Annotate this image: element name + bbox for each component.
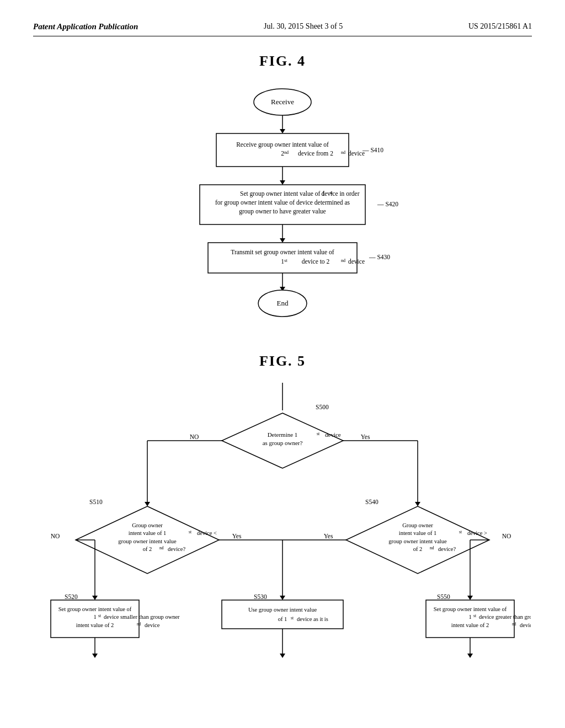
svg-text:device as it is: device as it is (297, 616, 328, 622)
svg-marker-79 (280, 596, 285, 600)
svg-marker-46 (145, 502, 150, 506)
svg-text:device >: device > (467, 530, 487, 536)
fig5-diagram: S500 Determine 1 st device as group owne… (33, 383, 532, 692)
svg-text:Set group owner intent value o: Set group owner intent value of 1 (240, 190, 325, 197)
svg-text:NO: NO (190, 433, 199, 440)
date-sheet-label: Jul. 30, 2015 Sheet 3 of 5 (264, 22, 343, 31)
svg-text:Group owner: Group owner (402, 522, 433, 528)
svg-text:Set group owner intent value o: Set group owner intent value of (434, 606, 507, 612)
svg-text:Yes: Yes (361, 433, 370, 440)
fig5-title: FIG. 5 (33, 353, 532, 370)
svg-text:nd: nd (430, 545, 434, 550)
svg-text:nd: nd (159, 545, 164, 550)
svg-text:S540: S540 (365, 499, 379, 505)
svg-text:intent value of 1: intent value of 1 (399, 530, 437, 536)
patent-number-label: US 2015/215861 A1 (468, 22, 532, 31)
svg-text:device greater than group owne: device greater than group owner (479, 614, 531, 620)
svg-text:device smaller than group owne: device smaller than group owner (104, 614, 180, 620)
svg-text:Yes: Yes (324, 533, 333, 539)
svg-text:device: device (325, 431, 341, 438)
svg-text:Transmit set group owner inten: Transmit set group owner intent value of (231, 249, 334, 256)
svg-rect-94 (222, 600, 343, 629)
svg-text:Use group owner intent value: Use group owner intent value (248, 607, 317, 613)
svg-text:Group owner: Group owner (132, 522, 163, 528)
svg-text:S510: S510 (89, 499, 103, 505)
svg-marker-113 (467, 654, 473, 658)
svg-text:intent value of 1: intent value of 1 (129, 530, 167, 536)
svg-text:Determine 1: Determine 1 (268, 431, 298, 438)
svg-text:nd: nd (284, 150, 289, 155)
svg-text:1: 1 (468, 614, 471, 620)
fig4-title: FIG. 4 (33, 53, 532, 69)
svg-text:of 1: of 1 (278, 616, 287, 622)
svg-text:nd: nd (512, 622, 516, 627)
svg-text:intent value of 2: intent value of 2 (451, 622, 489, 628)
svg-text:S550: S550 (437, 593, 450, 600)
svg-text:as group owner?: as group owner? (263, 440, 303, 446)
svg-text:End: End (277, 299, 289, 307)
svg-marker-22 (280, 238, 285, 243)
svg-text:device in order: device in order (322, 190, 360, 197)
svg-text:Receive: Receive (271, 98, 294, 106)
svg-marker-13 (280, 180, 285, 185)
fig5-svg: S500 Determine 1 st device as group owne… (34, 383, 531, 692)
svg-text:for group owner intent value o: for group owner intent value of device d… (215, 199, 350, 206)
svg-text:1: 1 (281, 258, 284, 265)
svg-text:Receive group owner intent val: Receive group owner intent value of (236, 141, 329, 148)
svg-text:Set group owner intent value o: Set group owner intent value of (58, 606, 132, 612)
svg-text:nd: nd (341, 258, 345, 263)
svg-marker-111 (280, 654, 285, 658)
svg-marker-49 (415, 502, 420, 506)
svg-marker-3 (280, 129, 285, 133)
svg-text:— S420: — S420 (377, 201, 398, 207)
svg-text:intent value of 2: intent value of 2 (76, 622, 114, 628)
fig4-diagram: Receive Receive group owner intent value… (33, 83, 532, 336)
svg-text:NO: NO (502, 533, 511, 539)
svg-text:device from 2: device from 2 (298, 150, 333, 157)
svg-text:device?: device? (168, 546, 185, 552)
svg-text:Yes: Yes (232, 533, 242, 539)
svg-text:device to 2: device to 2 (302, 258, 330, 265)
svg-text:— S410: — S410 (362, 147, 383, 153)
fig4-svg: Receive Receive group owner intent value… (145, 83, 420, 336)
svg-text:st: st (317, 431, 320, 436)
page-header: Patent Application Publication Jul. 30, … (33, 22, 532, 36)
svg-marker-109 (92, 654, 98, 658)
svg-text:1: 1 (93, 614, 96, 620)
svg-text:S530: S530 (254, 593, 267, 600)
svg-text:group owner intent value: group owner intent value (118, 538, 177, 544)
svg-text:device?: device? (438, 546, 456, 552)
svg-text:device: device (145, 622, 160, 628)
svg-marker-76 (92, 596, 98, 600)
svg-text:group owner intent value: group owner intent value (388, 538, 447, 544)
svg-text:nd: nd (341, 150, 345, 155)
svg-text:group owner to have greater va: group owner to have greater value (239, 208, 326, 215)
svg-text:of 2: of 2 (143, 546, 152, 552)
svg-text:device: device (520, 622, 531, 628)
svg-text:st: st (284, 258, 287, 263)
svg-text:S500: S500 (316, 404, 329, 410)
svg-text:nd: nd (137, 622, 141, 627)
svg-text:of 2: of 2 (413, 546, 423, 552)
svg-text:device: device (348, 258, 365, 265)
svg-text:device <: device < (197, 530, 217, 536)
publication-label: Patent Application Publication (33, 22, 138, 31)
svg-marker-83 (467, 596, 473, 600)
svg-text:S520: S520 (65, 593, 78, 600)
svg-text:NO: NO (51, 533, 60, 539)
patent-page: Patent Application Publication Jul. 30, … (0, 0, 565, 728)
svg-text:— S430: — S430 (369, 254, 390, 260)
